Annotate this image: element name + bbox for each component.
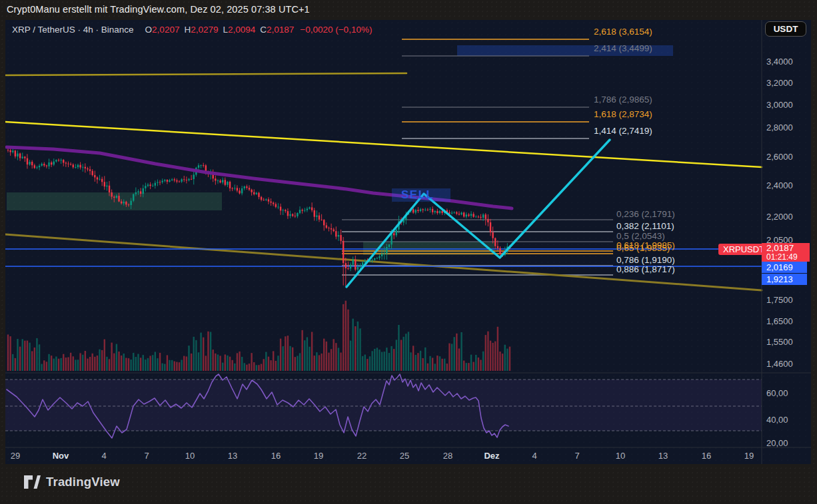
price-tick: 1,6500: [766, 316, 793, 326]
time-tick: Dez: [484, 451, 499, 461]
price-tick: 3,0000: [766, 100, 793, 110]
fib-extension-label: 2,414 (3,4499): [594, 43, 652, 53]
sell-label-text: SELL: [401, 188, 434, 201]
time-tick: 10: [185, 451, 195, 461]
ohlc-key: L: [223, 25, 228, 35]
alert-price-label-1[interactable]: 2,0169: [762, 262, 807, 273]
alert-price-label-2[interactable]: 1,9213: [762, 274, 807, 285]
price-tick: 2,2000: [766, 212, 793, 222]
price-tick: 1,4600: [766, 359, 793, 369]
time-tick: 28: [443, 451, 452, 461]
price-tick: 1,5500: [766, 337, 793, 347]
fib-retracement-label: 0,5 (2,0543): [616, 231, 665, 241]
ohlc-value: 2,0187: [267, 25, 294, 35]
time-tick: 29: [11, 451, 20, 461]
symbol-price-tag: XRPUSDT: [718, 244, 768, 255]
price-tick: 2,6000: [766, 152, 793, 162]
time-tick: 19: [314, 451, 323, 461]
currency-toggle-button[interactable]: USDT: [765, 21, 806, 37]
rsi-tick: 40,00: [766, 415, 788, 425]
time-tick: 22: [357, 451, 367, 461]
volume-bars: [7, 301, 510, 371]
fib-extension-label: 1,618 (2,8734): [594, 109, 652, 119]
symbol-header: XRP / TetherUS · 4h · BinanceO2,0207H2,0…: [12, 25, 372, 35]
screenshot-frame: Crypt0Manu erstellt mit TradingView.com,…: [0, 0, 817, 504]
time-tick: 10: [616, 451, 625, 461]
fib-retracement-label: 0,236 (2,1791): [616, 209, 675, 219]
price-tick: 2,8000: [766, 123, 793, 132]
time-tick: Nov: [53, 451, 69, 461]
chart-widget: XRP / TetherUS · 4h · BinanceO2,0207H2,0…: [5, 20, 811, 464]
attribution-text: Crypt0Manu erstellt mit TradingView.com,…: [7, 4, 310, 15]
price-tick: 3,4000: [766, 57, 793, 67]
ohlc-value: 2,0207: [152, 25, 179, 35]
bar-countdown: 01:21:49: [766, 253, 810, 261]
price-tick: 3,2000: [766, 78, 793, 88]
fib-retracement-label: 0,382 (2,1101): [616, 221, 674, 231]
rsi-band: [5, 379, 762, 431]
price-tick: 2,4000: [766, 180, 793, 190]
fib-retracement-label: 0,786 (1,9190): [616, 255, 675, 265]
time-tick: 7: [144, 451, 149, 461]
time-tick: 25: [400, 451, 409, 461]
ohlc-key: H: [184, 25, 191, 35]
price-tick: 1,7500: [766, 295, 793, 305]
ohlc-key: O: [145, 25, 153, 35]
ohlc-values: O2,0207H2,0279L2,0094C2,0187: [141, 25, 295, 35]
fib-extension-label: 2,618 (3,6154): [594, 27, 652, 37]
time-tick: 19: [744, 451, 754, 461]
fib-extension-label: 1,786 (2,9865): [594, 95, 652, 105]
rsi-tick: 20,00: [766, 438, 788, 448]
symbol-title[interactable]: XRP / TetherUS · 4h · Binance: [12, 25, 134, 35]
last-price-value: 2,0187: [766, 244, 810, 253]
time-tick: 4: [101, 451, 106, 461]
tradingview-logo-text: TradingView: [46, 475, 120, 489]
sell-label[interactable]: SELL: [392, 188, 450, 202]
time-tick: 7: [574, 451, 579, 461]
time-tick: 16: [702, 451, 711, 461]
resistance-line-olive: [5, 73, 407, 75]
time-tick: 16: [271, 451, 281, 461]
rsi-tick: 60,00: [766, 388, 788, 398]
fib-retracement-label: 0,65 (1,9835): [616, 243, 670, 253]
tradingview-icon: [24, 475, 41, 489]
fib-retracement-label: 0,886 (1,8717): [616, 264, 675, 274]
time-tick: 4: [532, 451, 536, 461]
change-value: −0,0020 (−0,10%): [300, 25, 372, 35]
tradingview-logo[interactable]: TradingView: [24, 475, 120, 489]
last-price-label: 2,0187 01:21:49: [762, 243, 810, 262]
fib-extension-label: 1,414 (2,7419): [594, 126, 652, 136]
time-tick: 13: [228, 451, 237, 461]
projection-zigzag: [347, 140, 610, 287]
ohlc-value: 2,0279: [191, 25, 218, 35]
ohlc-value: 2,0094: [228, 25, 255, 35]
chart-canvas[interactable]: [5, 20, 811, 464]
time-tick: 13: [658, 451, 668, 461]
ohlc-key: C: [260, 25, 267, 35]
